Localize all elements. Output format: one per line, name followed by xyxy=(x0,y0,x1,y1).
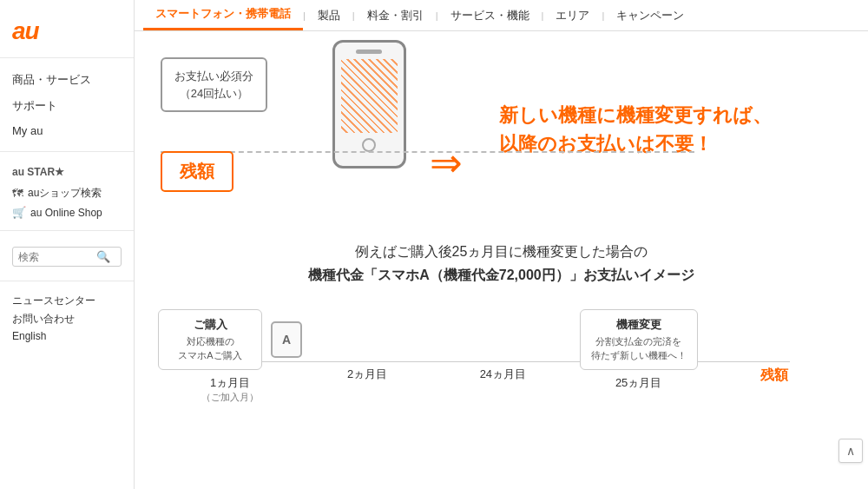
sidebar-bottom-links: ニュースセンター お問い合わせ English xyxy=(0,287,134,349)
au-logo: au xyxy=(12,17,39,44)
timeline-label-month24: 24ヵ月目 xyxy=(480,367,526,382)
dashed-line xyxy=(161,151,694,153)
timeline-item-model-change: 機種変更 分割支払金の完済を 待たず新しい機種へ！ 25ヵ月目 xyxy=(571,309,707,391)
timeline-item-balance: 残額 xyxy=(707,309,842,385)
sidebar-divider xyxy=(0,281,134,281)
sidebar-link-shop-search[interactable]: 🗺 auショップ検索 xyxy=(12,183,122,203)
timeline-box-purchase: ご購入 対応機種の スマホAご購入 xyxy=(158,309,262,370)
timeline-label-month25: 25ヵ月目 xyxy=(615,375,661,391)
map-icon: 🗺 xyxy=(12,187,23,200)
description-text: 例えばご購入後25ヵ月目に機種変更した場合の 機種代金「スマホA（機種代金72,… xyxy=(161,240,842,287)
payment-box: お支払い必須分 （24回払い） xyxy=(161,57,267,112)
sidebar-item-support[interactable]: サポート xyxy=(0,93,134,119)
content-area: お支払い必須分 （24回払い） 残額 ⇒ xyxy=(135,31,868,489)
timeline-box-model-change: 機種変更 分割支払金の完済を 待たず新しい機種へ！ xyxy=(580,309,698,370)
sidebar-item-my-au[interactable]: My au xyxy=(0,119,134,142)
phone-screen xyxy=(341,59,398,133)
balance-label: 残額 xyxy=(161,151,233,192)
au-star-label: au STAR★ xyxy=(12,166,122,178)
tab-area[interactable]: エリア xyxy=(543,0,602,30)
search-box: 🔍 xyxy=(12,247,122,267)
tab-smartphone[interactable]: スマートフォン・携帯電話 xyxy=(143,0,303,30)
price-highlight: 72,000円 xyxy=(499,268,556,282)
top-nav: スマートフォン・携帯電話 | 製品 | 料金・割引 | サービス・機能 | エリ… xyxy=(135,0,868,31)
sidebar-item-news[interactable]: ニュースセンター xyxy=(12,294,122,308)
timeline-item-month2: 2ヵ月目 xyxy=(299,309,435,382)
tab-pricing[interactable]: 料金・割引 xyxy=(355,0,436,30)
arrow-right-icon: ⇒ xyxy=(430,140,463,186)
timeline-balance-text: 残額 xyxy=(760,367,788,385)
sidebar-item-contact[interactable]: お問い合わせ xyxy=(12,312,122,327)
timeline-label-month2: 2ヵ月目 xyxy=(347,367,387,382)
hero-section: お支払い必須分 （24回払い） 残額 ⇒ xyxy=(135,31,868,231)
timeline: ご購入 対応機種の スマホAご購入 A 1ヵ月目 （ご加入月） xyxy=(161,301,842,413)
phone-speaker xyxy=(356,50,382,54)
search-button[interactable]: 🔍 xyxy=(96,250,110,263)
phone-body xyxy=(332,40,406,169)
search-input[interactable] xyxy=(18,251,96,263)
phone-mini-icon: A xyxy=(271,321,302,358)
sidebar-link-online-shop[interactable]: 🛒 au Online Shop xyxy=(12,203,122,221)
tab-service[interactable]: サービス・機能 xyxy=(438,0,542,30)
sidebar-item-products[interactable]: 商品・サービス xyxy=(0,67,134,93)
scroll-up-button[interactable]: ∧ xyxy=(838,439,863,463)
timeline-item-purchase: ご購入 対応機種の スマホAご購入 A 1ヵ月目 （ご加入月） xyxy=(161,309,299,404)
hero-right-text: 新しい機種に機種変更すれば、 以降のお支払いは不要！ xyxy=(499,101,842,158)
tab-products[interactable]: 製品 xyxy=(306,0,352,30)
sidebar-item-english[interactable]: English xyxy=(12,330,122,342)
sidebar: au 商品・サービス サポート My au au STAR★ 🗺 auショップ検… xyxy=(0,0,135,489)
tab-campaign[interactable]: キャンペーン xyxy=(604,0,696,30)
bottom-content: 例えばご購入後25ヵ月目に機種変更した場合の 機種代金「スマホA（機種代金72,… xyxy=(135,231,868,422)
sidebar-star-section: au STAR★ 🗺 auショップ検索 🛒 au Online Shop xyxy=(0,161,134,231)
cart-icon: 🛒 xyxy=(12,206,26,219)
timeline-label-month1: 1ヵ月目 （ご加入月） xyxy=(201,375,259,405)
timeline-item-month24: 24ヵ月目 xyxy=(435,309,570,382)
sidebar-nav: 商品・サービス サポート My au xyxy=(0,67,134,152)
phone-button xyxy=(362,138,376,152)
sidebar-logo: au xyxy=(0,10,134,58)
main-content: スマートフォン・携帯電話 | 製品 | 料金・割引 | サービス・機能 | エリ… xyxy=(135,0,868,489)
phone-illustration xyxy=(326,40,412,179)
